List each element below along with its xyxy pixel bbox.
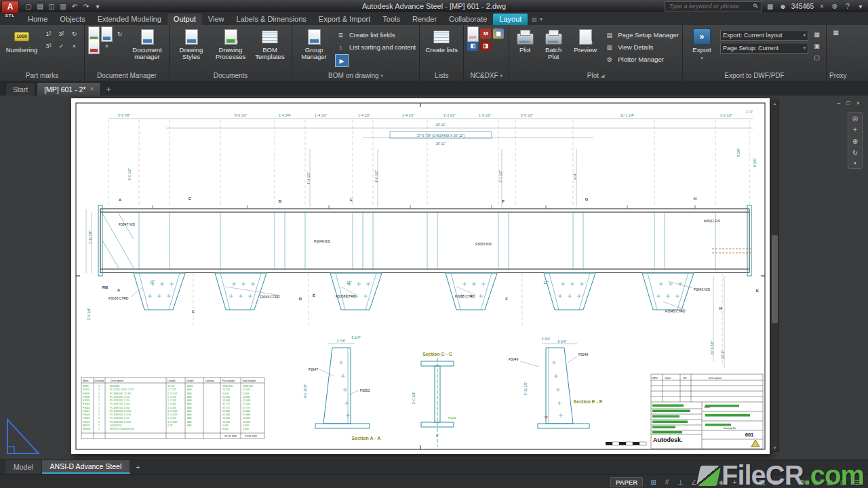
doc-revision-icon[interactable]: ↻ xyxy=(114,28,125,39)
page-setup-select[interactable]: Page Setup: Current ▾ xyxy=(720,43,808,54)
delete-marks-icon[interactable]: × xyxy=(68,41,80,52)
vertical-scrollbar[interactable]: ▲ ▼ xyxy=(770,100,779,452)
nc-red-tool-icon[interactable]: ◨ xyxy=(480,41,491,51)
lineweight-display-icon[interactable]: ≡ xyxy=(743,476,754,487)
nc-blue-tool-icon[interactable]: ◧ xyxy=(467,41,478,51)
clean-screen-icon[interactable]: ▢ xyxy=(837,476,849,487)
tab-output[interactable]: Output xyxy=(167,14,202,25)
ribbon-collapse-icon[interactable]: ▾ xyxy=(540,16,542,22)
tab-layout-ansi-d[interactable]: ANSI-D Advance Steel xyxy=(42,460,131,474)
tab-view[interactable]: View xyxy=(202,14,231,25)
scroll-down-icon[interactable]: ▼ xyxy=(773,445,777,451)
tab-model-space[interactable]: Model xyxy=(5,460,42,474)
signed-in-username[interactable]: 345465 xyxy=(791,3,814,10)
assembly-mark-icon[interactable]: 3² xyxy=(56,28,67,39)
keyboard-icon[interactable]: ▦ xyxy=(766,3,775,10)
export-preview-icon[interactable]: ▣ xyxy=(811,41,823,52)
list-sorting-button[interactable]: ↕ List sorting and content xyxy=(335,41,416,53)
graphics-performance-icon[interactable]: ▦ xyxy=(824,476,835,487)
plot-dialog-launcher-icon[interactable]: ◢ xyxy=(601,70,604,81)
search-icon[interactable]: 🔍︎ xyxy=(753,3,759,9)
create-list-fields-button[interactable]: ≣ Create list fields xyxy=(335,29,416,41)
workspace-switching-icon[interactable]: ⚙ xyxy=(797,476,808,487)
panel-label-proxy[interactable]: Proxy xyxy=(827,70,850,81)
document-manager-button[interactable]: Document manager xyxy=(129,27,165,60)
search-input[interactable] xyxy=(668,2,751,10)
window-close-icon[interactable]: × xyxy=(856,100,860,106)
nc-palette-icon[interactable]: ▦ xyxy=(493,28,504,39)
panel-label-documents[interactable]: Documents xyxy=(170,70,292,81)
panel-label-lists[interactable]: Lists xyxy=(420,70,463,81)
section-a-a[interactable] xyxy=(315,344,370,428)
drawing-canvas[interactable]: Mark Quantity Description Length Grade C… xyxy=(0,96,868,460)
plotter-manager-button[interactable]: ⚙ Plotter Manager xyxy=(604,54,679,65)
doc-delete-icon[interactable]: × xyxy=(101,41,113,52)
main-girder[interactable] xyxy=(98,205,751,276)
open-file-icon[interactable]: ▤ xyxy=(35,1,45,12)
drawing-sheet-svg[interactable]: Mark Quantity Description Length Grade C… xyxy=(71,98,770,454)
tab-home[interactable]: Home xyxy=(22,14,54,25)
plot-button[interactable]: Plot xyxy=(513,27,537,54)
check-numbering-icon[interactable]: ✓ xyxy=(56,41,67,52)
create-lists-button[interactable]: Create lists xyxy=(423,27,460,54)
ribbon-display-icon[interactable]: ▤ xyxy=(532,16,537,22)
zoom-icon[interactable]: ⊕ xyxy=(852,138,858,145)
preview-button[interactable]: 🔍︎ Preview xyxy=(570,27,601,54)
bom-selected-tool-button[interactable]: ▶ xyxy=(335,54,349,67)
doc-tab-close-icon[interactable]: × xyxy=(90,85,94,93)
annotation-visibility-icon[interactable]: ▲ xyxy=(783,476,795,487)
tab-export-import[interactable]: Export & Import xyxy=(313,14,376,25)
renumber-icon[interactable]: ↻ xyxy=(68,28,80,39)
dynamic-input-icon[interactable]: + xyxy=(729,476,741,487)
tab-labels-dimensions[interactable]: Labels & Dimensions xyxy=(231,14,313,25)
redo-icon[interactable]: ↷ xyxy=(81,1,92,12)
pan-icon[interactable]: + xyxy=(853,126,857,134)
save-icon[interactable]: ◫ xyxy=(46,1,57,12)
panel-label-export[interactable]: Export to DWF/PDF xyxy=(683,70,826,81)
snap-mode-icon[interactable]: # xyxy=(661,476,673,487)
scrollbar-thumb[interactable] xyxy=(772,235,778,323)
prefix-settings-icon[interactable]: 3³ xyxy=(43,41,54,52)
doc-settings-icon[interactable] xyxy=(101,28,113,39)
navbar-more-icon[interactable]: ▾ xyxy=(854,161,856,166)
grid-display-icon[interactable]: ⊞ xyxy=(648,476,659,487)
doc-tab-drawing[interactable]: [MP] 601 - 2* × xyxy=(37,82,101,96)
new-layout-button[interactable]: + xyxy=(130,460,145,474)
window-minimize-icon[interactable]: – xyxy=(837,100,840,106)
drawing-styles-button[interactable]: Drawing Styles xyxy=(173,27,210,60)
bom-templates-button[interactable]: BOM Templates xyxy=(252,27,288,60)
user-icon[interactable]: ☻ xyxy=(778,3,788,10)
brace-assemblies[interactable] xyxy=(131,273,694,310)
new-file-icon[interactable]: ▢ xyxy=(23,1,34,12)
tab-render[interactable]: Render xyxy=(406,14,443,25)
object-snap-tracking-icon[interactable]: ◈ xyxy=(715,476,727,487)
panel-label-bom-on-drawing[interactable]: BOM on drawing▾ xyxy=(292,70,419,81)
window-restore-icon[interactable]: □ xyxy=(846,100,850,106)
orbit-icon[interactable]: ↻ xyxy=(852,149,858,157)
batch-plot-button[interactable]: Batch Plot xyxy=(540,27,567,60)
object-snap-icon[interactable]: ◇ xyxy=(702,476,713,487)
scroll-up-icon[interactable]: ▲ xyxy=(773,100,777,107)
qat-dropdown-icon[interactable]: ▾ xyxy=(92,1,103,12)
settings-gear-icon[interactable]: ⚙ xyxy=(830,3,840,10)
doc-tab-start[interactable]: Start xyxy=(5,82,35,96)
drawing-processes-button[interactable]: ⚙ Drawing Processes xyxy=(212,27,249,60)
export-options-icon[interactable]: ▢ xyxy=(811,52,823,63)
polar-tracking-icon[interactable]: ∠ xyxy=(688,476,700,487)
proxy-tool-icon[interactable]: ▦ xyxy=(830,27,842,38)
sign-out-icon[interactable]: × xyxy=(817,3,827,10)
bom-table[interactable]: Mark Quantity Description Length Grade C… xyxy=(81,378,264,439)
tab-extended-modeling[interactable]: Extended Modeling xyxy=(92,14,167,25)
selection-cycling-icon[interactable]: ▣ xyxy=(770,476,781,487)
tab-tools[interactable]: Tools xyxy=(376,14,406,25)
ortho-mode-icon[interactable]: ⊥ xyxy=(675,476,686,487)
panel-label-plot[interactable]: Plot◢ xyxy=(509,70,682,81)
title-block[interactable]: REV. Date BY Description xyxy=(606,374,763,449)
annotation-monitor-icon[interactable]: ◉ xyxy=(810,476,822,487)
numbering-button[interactable]: 1000 Numbering xyxy=(3,27,40,54)
dxf-file-icon[interactable]: DXF xyxy=(467,28,479,39)
single-part-mark-icon[interactable]: 1² xyxy=(43,28,54,39)
export-button[interactable]: » Export ▾ xyxy=(686,27,717,62)
group-manager-button[interactable]: Group Manager xyxy=(296,27,332,60)
export-settings-icon[interactable]: ▦ xyxy=(811,29,823,40)
